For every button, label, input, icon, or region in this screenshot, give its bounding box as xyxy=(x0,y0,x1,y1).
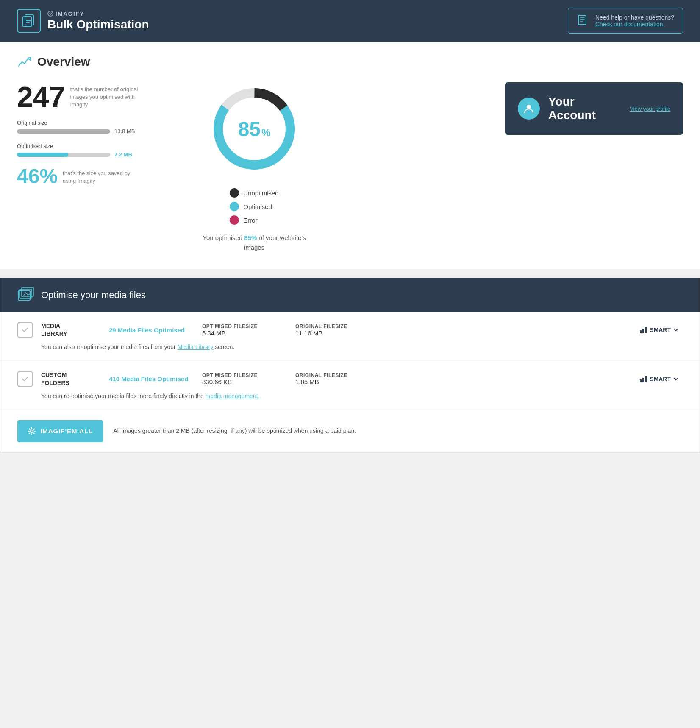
custom-folders-smart-button[interactable]: SMART xyxy=(635,373,683,385)
custom-folders-optimised-filesize: OPTIMISED FILESIZE 830.66 KB xyxy=(202,372,295,385)
custom-folders-original-value: 1.85 MB xyxy=(295,378,389,385)
account-title: Your Account xyxy=(548,95,621,122)
legend-item-unoptimised: Unoptimised xyxy=(230,188,278,198)
imagifem-button[interactable]: IMAGIF'EM ALL xyxy=(17,420,103,442)
stat-number: 247 xyxy=(17,82,65,111)
header-help-box: Need help or have questions? Check our d… xyxy=(568,8,683,34)
custom-folders-link[interactable]: media management. xyxy=(206,393,260,399)
media-library-original-label: ORIGINAL FILESIZE xyxy=(295,324,389,329)
legend-dot-unoptimised xyxy=(230,188,239,198)
custom-folders-note: You can re-optimise your media files mor… xyxy=(17,393,683,399)
svg-point-18 xyxy=(31,430,33,432)
media-library-count: 29 Media Files Optimised xyxy=(109,326,202,334)
header-brand: IMAGIFY xyxy=(47,11,149,17)
optimised-summary: You optimised 85% of your website's imag… xyxy=(195,233,314,252)
overview-icon xyxy=(17,54,32,70)
bar-chart-icon xyxy=(639,326,647,334)
svg-rect-15 xyxy=(640,379,642,382)
original-size-value: 13.0 MB xyxy=(114,128,135,134)
legend-label-error: Error xyxy=(243,217,257,224)
original-size-fill xyxy=(17,129,110,134)
media-library-original-value: 11.16 MB xyxy=(295,329,389,337)
svg-point-8 xyxy=(527,105,531,109)
overview-chart: 85% Unoptimised Optimised Error xyxy=(195,82,314,252)
optimised-size-value: 7.2 MB xyxy=(114,151,132,158)
optimised-size-bar-bg xyxy=(17,153,110,157)
header-bulk-icon xyxy=(17,9,41,33)
original-size-label: Original size xyxy=(17,120,178,126)
media-section-icon xyxy=(17,287,34,304)
donut-percent-sign: % xyxy=(261,127,270,139)
media-library-optimised-value: 6.34 MB xyxy=(202,329,295,337)
media-library-link[interactable]: Media Library xyxy=(178,343,214,350)
svg-rect-17 xyxy=(645,376,647,382)
donut-center: 85% xyxy=(238,117,271,141)
header-help-link[interactable]: Check our documentation. xyxy=(595,21,674,28)
overview-stats: 247 that's the number of original images… xyxy=(17,82,178,187)
header-left: IMAGIFY Bulk Optimisation xyxy=(17,9,149,33)
media-section: Optimise your media files MEDIA LIBRARY … xyxy=(0,278,700,453)
media-library-checkbox[interactable] xyxy=(17,322,33,338)
custom-folders-name: CUSTOM FOLDERS xyxy=(41,371,109,386)
legend: Unoptimised Optimised Error xyxy=(230,188,278,225)
media-library-original-filesize: ORIGINAL FILESIZE 11.16 MB xyxy=(295,324,389,337)
header: IMAGIFY Bulk Optimisation Need help or h… xyxy=(0,0,700,42)
custom-folders-original-label: ORIGINAL FILESIZE xyxy=(295,372,389,378)
original-size-section: Original size 13.0 MB xyxy=(17,120,178,134)
optimised-summary-percent: 85% xyxy=(244,234,257,241)
media-library-smart-button[interactable]: SMART xyxy=(635,324,683,336)
savings-row: 46% that's the size you saved by using I… xyxy=(17,166,178,187)
custom-folders-optimised-value: 830.66 KB xyxy=(202,378,295,385)
account-profile-link[interactable]: View your profile xyxy=(630,106,670,112)
legend-item-error: Error xyxy=(230,215,278,225)
custom-folders-row: CUSTOM FOLDERS 410 Media Files Optimised… xyxy=(0,361,700,410)
optimised-summary-text: You optimised xyxy=(203,234,242,241)
chevron-down-icon-2 xyxy=(673,377,678,382)
section-divider xyxy=(0,269,700,278)
custom-folders-checkbox[interactable] xyxy=(17,371,33,387)
overview-header: Overview xyxy=(17,54,683,70)
brand-name: IMAGIFY xyxy=(56,11,84,17)
header-help-content: Need help or have questions? Check our d… xyxy=(595,14,674,28)
page-title: Bulk Optimisation xyxy=(47,18,149,31)
imagifem-section: IMAGIF'EM ALL All images greater than 2 … xyxy=(0,410,700,452)
account-icon xyxy=(518,98,540,120)
images-stat-row: 247 that's the number of original images… xyxy=(17,82,178,111)
svg-point-2 xyxy=(48,11,53,16)
media-library-row-main: MEDIA LIBRARY 29 Media Files Optimised O… xyxy=(17,322,683,338)
media-library-row: MEDIA LIBRARY 29 Media Files Optimised O… xyxy=(0,312,700,361)
main-container: Overview 247 that's the number of origin… xyxy=(0,42,700,453)
optimised-size-fill xyxy=(17,153,68,157)
legend-label-optimised: Optimised xyxy=(243,203,272,210)
legend-dot-error xyxy=(230,215,239,225)
legend-item-optimised: Optimised xyxy=(230,202,278,211)
media-library-actions: SMART xyxy=(635,324,683,336)
svg-rect-13 xyxy=(642,329,644,333)
stat-description: that's the number of original images you… xyxy=(70,86,146,109)
gear-icon xyxy=(28,427,36,435)
media-library-note: You can also re-optimise your media file… xyxy=(17,343,683,350)
overview-section: Overview 247 that's the number of origin… xyxy=(0,42,700,269)
custom-folders-actions: SMART xyxy=(635,373,683,385)
original-size-bar: 13.0 MB xyxy=(17,128,178,134)
legend-dot-optimised xyxy=(230,202,239,211)
legend-label-unoptimised: Unoptimised xyxy=(243,190,278,197)
svg-rect-14 xyxy=(645,327,647,333)
svg-rect-12 xyxy=(640,330,642,333)
original-size-bar-bg xyxy=(17,129,110,134)
media-library-name: MEDIA LIBRARY xyxy=(41,322,109,338)
custom-folders-optimised-label: OPTIMISED FILESIZE xyxy=(202,372,295,378)
imagifem-button-label: IMAGIF'EM ALL xyxy=(40,427,93,435)
savings-description: that's the size you saved by using Imagi… xyxy=(63,170,131,185)
svg-rect-3 xyxy=(578,15,586,25)
optimised-size-bar: 7.2 MB xyxy=(17,151,178,158)
header-help-text: Need help or have questions? xyxy=(595,14,674,21)
overview-title: Overview xyxy=(37,55,90,69)
media-library-optimised-filesize: OPTIMISED FILESIZE 6.34 MB xyxy=(202,324,295,337)
your-account-section: Your Account View your profile xyxy=(505,82,683,135)
media-section-title: Optimise your media files xyxy=(41,290,146,301)
savings-percent: 46% xyxy=(17,166,58,187)
donut-percent: 85 xyxy=(238,117,261,141)
optimised-size-label: Optimised size xyxy=(17,143,178,149)
custom-folders-count: 410 Media Files Optimised xyxy=(109,375,202,382)
